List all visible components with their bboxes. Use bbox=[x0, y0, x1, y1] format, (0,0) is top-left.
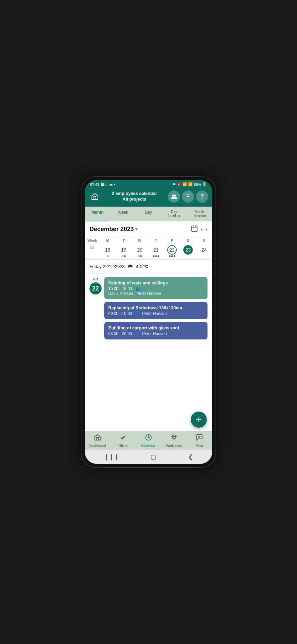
status-bar: 07.48 🖼 ↓ ☁ • ✏ 🔇 📶 📶 86% 🔋 bbox=[85, 180, 212, 188]
content-scroll: December 2023 ▾ ‹ › Week bbox=[85, 221, 212, 431]
month-year-label: December 2023 bbox=[90, 226, 134, 233]
filter-button[interactable] bbox=[182, 191, 194, 203]
prev-month-button[interactable]: ‹ bbox=[201, 226, 203, 233]
add-event-button[interactable]: + bbox=[191, 412, 207, 428]
mute-icon: 🔇 bbox=[177, 182, 181, 186]
weather-icon: 🌧 bbox=[127, 263, 133, 270]
event-icon-2: 👤 bbox=[136, 311, 141, 316]
help-button[interactable]: ? bbox=[196, 191, 208, 203]
svg-point-0 bbox=[172, 195, 174, 197]
day-21[interactable]: 21 bbox=[148, 244, 164, 259]
day-23[interactable]: 23 bbox=[180, 244, 196, 259]
status-left: 07.48 🖼 ↓ ☁ • bbox=[90, 182, 115, 186]
week-grid: Week M T W T F S S 51 18 19 bbox=[85, 237, 212, 260]
header-actions: ? bbox=[168, 191, 208, 203]
header-title: 2 employees calendar All projects bbox=[104, 191, 165, 202]
event-card-2[interactable]: Replacing of 5 windows 130x130cm 09:00 -… bbox=[104, 302, 207, 319]
col-header-w: W bbox=[132, 237, 148, 244]
events-list: Fri 22 Painting of wals and ceilings 10:… bbox=[85, 274, 212, 345]
day-18[interactable]: 18 bbox=[100, 244, 116, 259]
month-dropdown-icon[interactable]: ▾ bbox=[135, 226, 137, 232]
tab-day[interactable]: Day bbox=[136, 207, 161, 221]
event-assignee-text-1: David Nielsen , Peter Hansen bbox=[108, 291, 161, 296]
tab-week[interactable]: Week bbox=[110, 207, 136, 221]
status-icon3: ☁ bbox=[109, 182, 113, 186]
tab-month-timeline[interactable]: MonthTimeline bbox=[187, 207, 212, 221]
event-time-2: 09:00 - 10:00 - bbox=[108, 311, 134, 316]
day-num-21: 21 bbox=[151, 245, 161, 255]
temperature-text: 4.1 °C bbox=[136, 264, 148, 269]
phone-shell: 07.48 🖼 ↓ ☁ • ✏ 🔇 📶 📶 86% 🔋 bbox=[81, 177, 216, 467]
day-num-20: 20 bbox=[135, 245, 144, 255]
status-icon1: 🖼 bbox=[101, 182, 105, 186]
week-number-51: 51 bbox=[85, 244, 100, 259]
col-header-t2: T bbox=[148, 237, 164, 244]
event-card-1[interactable]: Painting of wals and ceilings 10:00 - 15… bbox=[104, 277, 207, 299]
tab-day-timeline[interactable]: DayTimeline bbox=[161, 207, 187, 221]
home-sys-button[interactable]: ▢ bbox=[151, 453, 156, 461]
tab-month[interactable]: Month bbox=[85, 207, 110, 221]
event-assignee-1: David Nielsen , Peter Hansen bbox=[108, 291, 203, 296]
day-dots-20 bbox=[132, 255, 147, 257]
next-month-button[interactable]: › bbox=[205, 226, 207, 233]
dot bbox=[138, 255, 139, 257]
dot bbox=[107, 255, 109, 257]
svg-point-2 bbox=[188, 196, 188, 197]
day-dots-21 bbox=[148, 255, 163, 257]
svg-rect-3 bbox=[192, 226, 197, 232]
home-button[interactable] bbox=[89, 191, 101, 203]
dot bbox=[153, 255, 155, 257]
col-header-s1: S bbox=[180, 237, 196, 244]
day-num-22: 22 bbox=[167, 245, 177, 255]
col-header-week: Week bbox=[85, 237, 100, 244]
day-20[interactable]: 20 bbox=[132, 244, 148, 259]
nav-workzone[interactable]: Work zone bbox=[161, 434, 187, 448]
nav-dashboard[interactable]: Dashboard bbox=[85, 434, 110, 448]
status-dot: • bbox=[114, 182, 115, 186]
dot bbox=[155, 255, 157, 257]
calendar-picker-icon[interactable] bbox=[191, 225, 198, 233]
event-icon-1: 👥 bbox=[136, 286, 141, 291]
dot bbox=[169, 255, 171, 257]
spacer bbox=[85, 345, 212, 410]
day-dots-24 bbox=[197, 255, 212, 257]
nav-offers[interactable]: Offers bbox=[110, 434, 136, 448]
chat-icon bbox=[196, 434, 203, 443]
event-assignee-text-3: Peter Hansen bbox=[142, 331, 167, 336]
employees-button[interactable] bbox=[168, 191, 180, 203]
event-assignee-text-2: Peter Hansen bbox=[142, 311, 167, 316]
nav-chat[interactable]: Chat bbox=[187, 434, 212, 448]
event-card-3[interactable]: Building of carport with glass roof 08:0… bbox=[104, 322, 207, 339]
dot bbox=[171, 255, 173, 257]
nav-calendar[interactable]: Calendar bbox=[136, 434, 161, 448]
svg-point-1 bbox=[174, 195, 176, 197]
recents-button[interactable]: ❙❙❙ bbox=[104, 453, 119, 461]
day-dots-23 bbox=[181, 255, 195, 257]
signal-icon1: ✏ bbox=[173, 182, 176, 186]
month-title: December 2023 ▾ bbox=[90, 226, 191, 233]
event-title-2: Replacing of 5 windows 130x130cm bbox=[108, 305, 203, 310]
event-detail-2: 09:00 - 10:00 - 👤 Peter Hansen bbox=[108, 311, 203, 316]
nav-chat-label: Chat bbox=[196, 444, 203, 448]
selected-day-info: Friday 22/12/2023 🌧 4.1 °C bbox=[85, 260, 212, 274]
workzone-icon bbox=[170, 434, 178, 443]
offers-icon bbox=[119, 434, 127, 443]
event-title-3: Building of carport with glass roof bbox=[108, 325, 203, 330]
day-19[interactable]: 19 bbox=[116, 244, 132, 259]
event-detail-1: 10:00 - 15:00 - 👥 bbox=[108, 286, 203, 291]
back-button[interactable]: ❮ bbox=[188, 453, 193, 461]
fab-container: + bbox=[85, 410, 212, 431]
battery-label: 86% bbox=[194, 182, 201, 186]
col-header-t1: T bbox=[116, 237, 132, 244]
day-number-label: 22 bbox=[90, 282, 102, 294]
header-line2: All projects bbox=[104, 197, 165, 202]
day-num-24: 24 bbox=[199, 245, 209, 255]
wifi-icon: 📶 bbox=[182, 182, 187, 186]
day-24[interactable]: 24 bbox=[196, 244, 212, 259]
day-dots-18 bbox=[100, 255, 115, 257]
dot bbox=[140, 255, 142, 257]
day-22[interactable]: 22 bbox=[164, 244, 180, 259]
phone-screen: 07.48 🖼 ↓ ☁ • ✏ 🔇 📶 📶 86% 🔋 bbox=[85, 180, 212, 464]
day-dots-19 bbox=[116, 255, 131, 257]
selected-date-text: Friday 22/12/2023 bbox=[90, 264, 125, 269]
